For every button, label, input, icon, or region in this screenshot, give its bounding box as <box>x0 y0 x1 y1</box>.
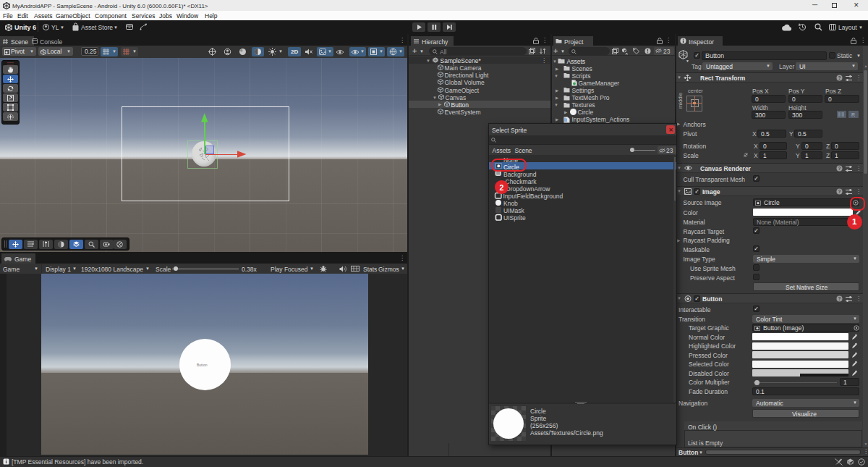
svg-text:?: ? <box>838 166 841 171</box>
svg-text:?: ? <box>838 189 841 194</box>
svg-text:?: ? <box>838 296 841 301</box>
svg-text:?: ? <box>838 75 841 80</box>
